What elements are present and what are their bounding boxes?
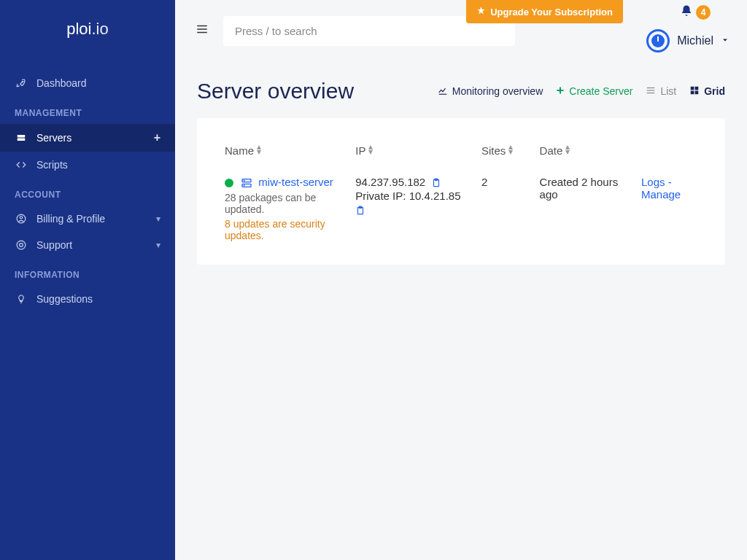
sidebar-item-label: Servers [36, 132, 71, 144]
svg-rect-2 [18, 139, 26, 141]
upgrade-button[interactable]: Upgrade Your Subscription [466, 0, 623, 23]
svg-rect-8 [197, 28, 207, 30]
sidebar-item-label: Billing & Profile [36, 213, 105, 225]
sort-icon: ▴▾ [565, 144, 570, 155]
sidebar-item-billing[interactable]: Billing & Profile ▾ [0, 206, 175, 232]
svg-rect-1 [18, 135, 26, 138]
svg-point-22 [244, 185, 244, 186]
sort-icon: ▴▾ [368, 144, 373, 155]
create-server-label: Create Server [569, 85, 632, 97]
sort-icon: ▴▾ [508, 144, 513, 155]
logo-text-1: ploi [66, 20, 91, 39]
page-header: Server overview Monitoring overview Crea… [175, 52, 747, 118]
col-date[interactable]: Date▴▾ [534, 136, 635, 170]
hamburger-icon[interactable] [193, 20, 212, 42]
grid-view-button[interactable]: Grid [689, 85, 725, 98]
sidebar-item-suggestions[interactable]: Suggestions [0, 286, 175, 312]
notification-count: 4 [696, 5, 711, 20]
list-icon [646, 85, 656, 98]
list-view-button[interactable]: List [646, 85, 676, 98]
list-label: List [660, 85, 676, 97]
col-name[interactable]: Name▴▾ [219, 136, 349, 170]
section-information: INFORMATION [0, 258, 175, 286]
clipboard-icon[interactable] [355, 206, 365, 216]
chevron-down-icon: ▾ [156, 240, 160, 250]
user-name: Michiel [677, 34, 713, 47]
grid-icon [689, 85, 700, 98]
star-icon [476, 6, 486, 18]
svg-rect-17 [691, 90, 694, 94]
user-avatar-icon [646, 29, 670, 52]
svg-point-5 [17, 241, 26, 249]
col-ip[interactable]: IP▴▾ [349, 136, 476, 170]
notifications-button[interactable]: 4 [680, 4, 711, 20]
svg-rect-14 [647, 92, 655, 93]
server-icon [241, 177, 252, 189]
svg-rect-7 [197, 25, 207, 26]
server-table-card: Name▴▾ IP▴▾ Sites▴▾ Date▴▾ [197, 118, 725, 265]
server-icon [15, 133, 28, 143]
user-menu[interactable]: Michiel [646, 29, 729, 52]
logo-text-2: .io [92, 20, 109, 39]
svg-rect-15 [691, 86, 694, 90]
header-actions: Monitoring overview Create Server List G… [438, 85, 725, 98]
packages-text: 28 packages can be updated. [225, 192, 344, 215]
upgrade-label: Upgrade Your Subscription [490, 7, 613, 18]
sites-count: 2 [481, 176, 487, 188]
sidebar-item-label: Support [36, 239, 72, 251]
sidebar-item-label: Suggestions [36, 293, 93, 305]
sidebar-item-label: Dashboard [36, 77, 87, 89]
sort-icon: ▴▾ [257, 144, 261, 155]
status-dot-icon [225, 179, 233, 187]
table-row: miw-test-server 28 packages can be updat… [219, 170, 703, 247]
user-circle-icon [15, 214, 28, 224]
sidebar-item-servers[interactable]: Servers + [0, 124, 175, 152]
server-table: Name▴▾ IP▴▾ Sites▴▾ Date▴▾ [219, 136, 703, 247]
grid-label: Grid [704, 85, 725, 97]
manage-link[interactable]: Manage [641, 188, 681, 201]
clipboard-icon[interactable] [431, 178, 441, 188]
monitoring-link[interactable]: Monitoring overview [438, 85, 543, 98]
public-ip: 94.237.95.182 [355, 176, 425, 188]
sidebar-item-scripts[interactable]: Scripts [0, 152, 175, 178]
sidebar-item-support[interactable]: Support ▾ [0, 232, 175, 258]
svg-point-21 [244, 180, 244, 181]
section-account: ACCOUNT [0, 178, 175, 206]
monitoring-label: Monitoring overview [452, 85, 543, 97]
section-management: MANAGEMENT [0, 96, 175, 124]
bell-icon [680, 4, 693, 20]
created-date: Created 2 hours ago [540, 176, 619, 201]
col-sites[interactable]: Sites▴▾ [476, 136, 534, 170]
code-icon [15, 160, 28, 170]
svg-rect-18 [695, 90, 699, 94]
lifebuoy-icon [15, 240, 28, 250]
svg-rect-9 [197, 31, 207, 33]
svg-point-4 [20, 217, 23, 219]
chart-icon [438, 85, 448, 98]
svg-rect-11 [557, 90, 564, 91]
create-server-button[interactable]: Create Server [556, 85, 632, 97]
main-content: Upgrade Your Subscription 4 Michiel Serv… [175, 0, 747, 560]
sidebar-item-dashboard[interactable]: Dashboard [0, 70, 175, 96]
security-updates-text: 8 updates are security updates. [225, 218, 344, 241]
svg-point-0 [22, 82, 23, 82]
svg-point-6 [20, 244, 23, 247]
sidebar-item-label: Scripts [36, 159, 68, 171]
svg-rect-13 [647, 90, 655, 90]
chevron-down-icon: ▾ [156, 214, 160, 224]
lightbulb-icon [15, 294, 28, 304]
sidebar: ploi.io Dashboard MANAGEMENT Servers + [0, 0, 175, 560]
svg-rect-12 [647, 87, 655, 88]
rocket-icon [15, 78, 28, 88]
plus-icon [556, 85, 565, 97]
server-name-link[interactable]: miw-test-server [258, 176, 333, 188]
sidebar-nav: Dashboard MANAGEMENT Servers + Scripts A… [0, 58, 175, 324]
page-title: Server overview [197, 79, 354, 104]
svg-rect-16 [695, 86, 699, 90]
topbar: Upgrade Your Subscription 4 Michiel [175, 0, 747, 52]
chevron-down-icon [721, 34, 729, 47]
private-ip: Private IP: 10.4.21.85 [355, 190, 460, 202]
logo[interactable]: ploi.io [0, 0, 175, 58]
plus-icon[interactable]: + [154, 131, 160, 144]
logs-link[interactable]: Logs [641, 176, 665, 188]
